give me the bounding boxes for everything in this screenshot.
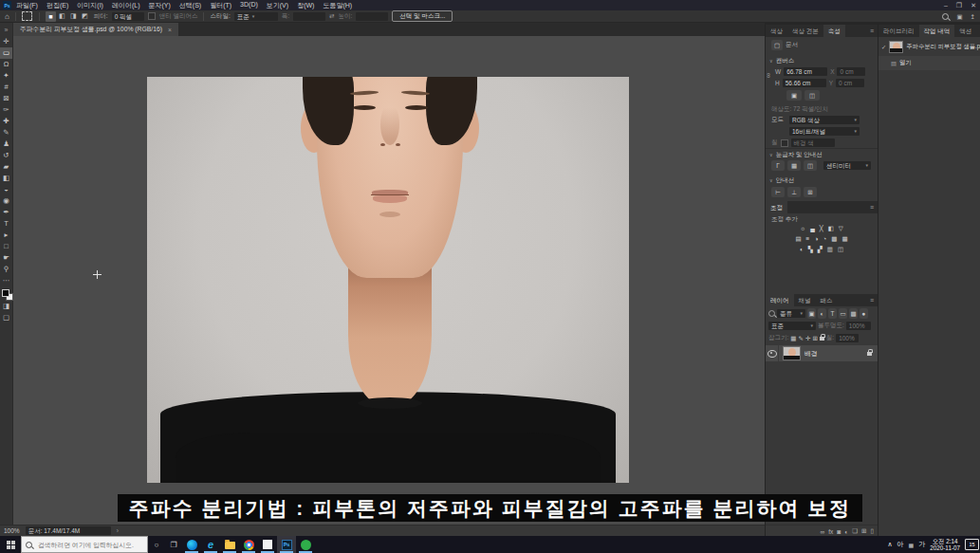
lock-artboard-icon[interactable]: ⊞	[812, 335, 817, 342]
levels-icon[interactable]: ▄	[810, 225, 815, 232]
grid-toggle-icon[interactable]: ▦	[787, 160, 801, 171]
opacity-input[interactable]: 100%	[846, 322, 871, 330]
filter-type-layers-icon[interactable]: T	[828, 308, 837, 319]
menu-item[interactable]: 보기(V)	[267, 1, 288, 10]
guides-toggle-icon[interactable]: ◫	[804, 160, 817, 171]
feather-input[interactable]: 0 픽셀	[112, 12, 144, 21]
history-source-icon[interactable]: ✓	[881, 44, 886, 50]
new-selection-icon[interactable]: ■	[46, 11, 56, 22]
brightness-contrast-icon[interactable]: ☼	[800, 225, 805, 232]
chrome-icon[interactable]	[239, 536, 258, 553]
edge-icon[interactable]	[182, 536, 201, 553]
document-tab[interactable]: 주파수분리 피부보정 샘플.psd @ 100% (RGB/16) ×	[13, 23, 178, 36]
canvas-area[interactable]	[13, 36, 765, 525]
clone-stamp-tool[interactable]: ♟	[0, 138, 12, 150]
menu-item[interactable]: 문자(Y)	[148, 1, 170, 10]
style-dropdown[interactable]: 표준 ▾	[234, 12, 278, 21]
guide-clear-icon[interactable]: ⊞	[804, 187, 817, 197]
invert-icon[interactable]: ◐	[800, 246, 804, 253]
history-snapshot-row[interactable]: ✓ 주파수분리 피부보정 샘플.psd	[878, 40, 980, 54]
zoom-tool[interactable]: ⚲	[0, 264, 12, 275]
panel-tab[interactable]: 라이브러리	[878, 25, 919, 37]
quick-mask-icon[interactable]: ◨	[0, 301, 12, 312]
history-step-row[interactable]: ▤ 열기	[878, 56, 980, 70]
channel-mixer-icon[interactable]: ▩	[831, 235, 837, 243]
snapshot-thumbnail[interactable]	[889, 41, 903, 53]
vibrance-icon[interactable]: ▽	[839, 225, 843, 232]
path-selection-tool[interactable]: ▸	[0, 230, 12, 241]
blend-mode-dropdown[interactable]: 표준 ▾	[768, 322, 816, 330]
menu-item[interactable]: 3D(D)	[240, 1, 258, 10]
canvas-section-header[interactable]: ∨ 캔버스	[769, 56, 875, 65]
selective-color-icon[interactable]: ◫	[838, 246, 843, 253]
units-dropdown[interactable]: 센티미터 ▾	[823, 161, 871, 170]
pen-tool[interactable]: ✒	[0, 207, 12, 218]
lock-image-icon[interactable]: ✎	[798, 335, 803, 342]
white-app-icon[interactable]	[258, 536, 277, 553]
crop-canvas-icon[interactable]: ▣	[786, 90, 802, 101]
swap-dimensions-icon[interactable]: ⇄	[329, 12, 334, 20]
photoshop-icon[interactable]: Ps	[277, 536, 296, 553]
delete-layer-icon[interactable]: ▯	[870, 527, 874, 535]
canvas-width-input[interactable]: 66.78 cm	[784, 67, 827, 76]
menu-item[interactable]: 파일(F)	[16, 1, 38, 10]
canvas-height-input[interactable]: 56.66 cm	[783, 79, 826, 87]
select-and-mask-button[interactable]: 선택 및 마스크...	[392, 10, 453, 22]
move-tool[interactable]: ✛	[0, 36, 12, 47]
lock-all-icon[interactable]	[820, 337, 824, 341]
canvas-x-input[interactable]: 0 cm	[837, 67, 865, 76]
restore-button[interactable]: ❐	[956, 2, 962, 9]
home-icon[interactable]: ⌂	[5, 12, 9, 21]
ime-indicator[interactable]: 아	[897, 540, 904, 549]
taskbar-clock[interactable]: 오전 2:14 2020-11-07	[930, 538, 960, 551]
hue-saturation-icon[interactable]: ▤	[795, 235, 801, 243]
panel-tab[interactable]: 액션	[954, 25, 976, 37]
layer-thumbnail[interactable]	[783, 346, 801, 360]
notification-center-icon[interactable]: 15	[965, 539, 979, 550]
curves-icon[interactable]: ╳	[820, 225, 823, 232]
layer-visibility-toggle[interactable]	[766, 345, 779, 361]
close-button[interactable]: ✕	[971, 2, 976, 9]
new-layer-icon[interactable]: ⊞	[861, 527, 866, 535]
toolbar-collapse-icon[interactable]: »	[0, 23, 12, 36]
cortana-icon[interactable]: ○	[148, 536, 165, 553]
color-lookup-icon[interactable]: ▦	[841, 235, 847, 243]
panel-tab[interactable]: 레이어	[766, 294, 794, 306]
adjustments-tab[interactable]: 조정	[766, 201, 787, 213]
image-size-icon[interactable]: ◫	[804, 90, 820, 101]
filter-shape-layers-icon[interactable]: ▭	[839, 308, 847, 319]
keyboard-icon[interactable]: ▦	[909, 542, 915, 548]
panel-tab[interactable]: 속성	[823, 25, 845, 37]
ime-lang-indicator[interactable]: 가	[918, 540, 925, 549]
hidden-icons-chevron-icon[interactable]: ∧	[887, 541, 892, 548]
dodge-tool[interactable]: ◉	[0, 195, 12, 207]
width-input[interactable]	[293, 12, 325, 21]
hand-tool[interactable]: ☛	[0, 252, 12, 264]
guide-layout-icon[interactable]: ⊢	[771, 187, 785, 197]
color-balance-icon[interactable]: ≡	[806, 235, 810, 243]
menu-item[interactable]: 편집(E)	[46, 1, 68, 10]
layer-row-background[interactable]: 배경	[766, 345, 878, 361]
layer-fill-input[interactable]: 100%	[836, 334, 859, 342]
link-layers-icon[interactable]: ∞	[821, 528, 825, 535]
posterize-icon[interactable]: ▚	[808, 246, 813, 253]
panel-menu-icon[interactable]: ≡	[866, 294, 878, 306]
rulers-guides-header[interactable]: ∨ 눈금자 및 안내선	[769, 150, 875, 159]
menu-item[interactable]: 도움말(H)	[323, 1, 352, 10]
rulers-toggle-icon[interactable]: Γ	[771, 160, 785, 171]
filter-adjustment-layers-icon[interactable]: ◐	[818, 308, 826, 319]
filter-smart-objects-icon[interactable]: ▩	[849, 308, 858, 319]
zoom-level-input[interactable]: 100%	[4, 527, 20, 534]
adjustment-layer-icon[interactable]: ◐	[844, 528, 848, 535]
filter-toggle-icon[interactable]: ●	[860, 308, 868, 319]
edit-toolbar-icon[interactable]: ⋯	[0, 275, 12, 286]
minimize-button[interactable]: –	[944, 2, 948, 9]
menu-item[interactable]: 이미지(I)	[77, 1, 103, 10]
frame-tool[interactable]: ⊠	[0, 93, 12, 104]
lock-transparent-icon[interactable]: ▦	[790, 335, 796, 342]
rectangle-tool[interactable]: □	[0, 241, 12, 252]
screen-mode-icon[interactable]: ▢	[0, 312, 12, 323]
panel-tab[interactable]: 색상 견본	[787, 25, 823, 37]
history-brush-tool[interactable]: ↺	[0, 150, 12, 161]
green-app-icon[interactable]	[296, 536, 315, 553]
